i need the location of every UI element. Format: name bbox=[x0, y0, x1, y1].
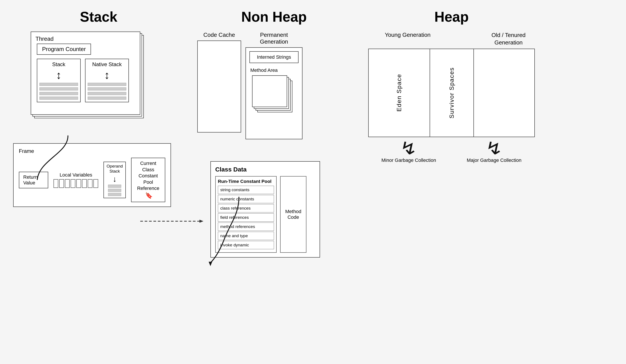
local-vars-grid bbox=[53, 179, 98, 188]
pool-row-numeric: numeric constants bbox=[218, 195, 274, 203]
class-data-box: Class Data Run-Time Constant Pool string… bbox=[210, 161, 320, 257]
return-value-label: Return Value bbox=[23, 174, 38, 185]
program-counter-box: Program Counter bbox=[37, 44, 91, 55]
heap-section: Heap Young Generation Old / TenuredGener… bbox=[368, 9, 535, 163]
pool-row-method-ref: method references bbox=[218, 222, 274, 231]
operand-lines bbox=[108, 185, 121, 196]
current-class-label: Current ClassConstant PoolReference bbox=[137, 161, 159, 191]
stack-line bbox=[88, 87, 126, 90]
local-var-cell bbox=[76, 179, 81, 188]
stack-lines bbox=[39, 83, 78, 100]
stack-line bbox=[88, 92, 126, 95]
perm-gen-box: Interned Strings Method Area bbox=[245, 47, 303, 139]
survivor-spaces-box: Survivor Spaces bbox=[430, 49, 474, 137]
major-gc-item: ↯ Major Garbage Collection bbox=[467, 142, 521, 164]
gc-arrows-row: ↯ Minor Garbage Collection ↯ Major Garba… bbox=[368, 142, 535, 164]
native-stack-label: Native Stack bbox=[92, 61, 122, 68]
code-cache-label: Code Cache bbox=[203, 32, 235, 38]
heap-title: Heap bbox=[368, 9, 535, 25]
method-area-main bbox=[252, 75, 287, 107]
perm-gen-label: PermanentGeneration bbox=[260, 32, 288, 45]
nonheap-boxes: Code Cache PermanentGeneration Interned … bbox=[197, 32, 351, 139]
heap-sub-labels: Young Generation Old / TenuredGeneration bbox=[368, 32, 535, 46]
young-gen-label: Young Generation bbox=[370, 32, 445, 46]
pool-row-name-type: name and type bbox=[218, 232, 274, 240]
local-var-cell bbox=[82, 179, 87, 188]
minor-gc-item: ↯ Minor Garbage Collection bbox=[381, 142, 436, 164]
stack-inner-label: Stack bbox=[52, 61, 65, 68]
stack-line bbox=[39, 92, 78, 95]
runtime-pool-label: Run-Time Constant Pool bbox=[218, 179, 274, 184]
frame-inner: Return Value Local Variables bbox=[19, 158, 165, 202]
operand-stack-label: OperandStack bbox=[107, 164, 123, 174]
old-gen-box bbox=[474, 49, 529, 137]
heap-boxes: Eden Space Survivor Spaces bbox=[368, 49, 535, 137]
perm-gen-wrapper: PermanentGeneration Interned Strings Met… bbox=[245, 32, 303, 139]
stack-line bbox=[39, 97, 78, 100]
frame-box: Frame Return Value Local Variables bbox=[13, 143, 171, 207]
interned-strings-box: Interned Strings bbox=[249, 51, 299, 63]
operand-down-arrow: ↓ bbox=[113, 175, 117, 184]
local-var-cell bbox=[65, 179, 70, 188]
class-data-inner: Run-Time Constant Pool string constants … bbox=[215, 176, 315, 253]
stack-line bbox=[39, 87, 78, 90]
eden-space-box: Eden Space bbox=[369, 49, 430, 137]
pool-row-string: string constants bbox=[218, 186, 274, 194]
old-gen-label: Old / TenuredGeneration bbox=[484, 32, 533, 46]
local-var-cell bbox=[88, 179, 92, 188]
pool-row-class-ref: class references bbox=[218, 204, 274, 213]
frame-label: Frame bbox=[19, 148, 165, 154]
program-counter-label: Program Counter bbox=[42, 46, 86, 52]
nonheap-section: Non Heap Code Cache PermanentGeneration … bbox=[197, 9, 351, 257]
stack-up-down-arrow: ↕ bbox=[56, 70, 62, 81]
stack-line bbox=[88, 83, 126, 86]
local-var-cell bbox=[71, 179, 76, 188]
local-vars-label: Local Variables bbox=[60, 172, 92, 178]
thread-box: Thread Program Counter Stack ↕ bbox=[31, 32, 140, 115]
thread-label: Thread bbox=[36, 36, 136, 42]
nonheap-title: Non Heap bbox=[197, 9, 351, 25]
operand-line bbox=[108, 193, 121, 196]
native-stack-inner-box: Native Stack ↕ bbox=[85, 59, 129, 102]
interned-strings-label: Interned Strings bbox=[257, 54, 291, 60]
code-cache-wrapper: Code Cache bbox=[197, 32, 241, 139]
bookmark-icon: 🔖 bbox=[145, 192, 153, 199]
class-data-label: Class Data bbox=[215, 166, 315, 173]
method-area-label: Method Area bbox=[250, 68, 299, 73]
native-stack-lines bbox=[88, 83, 126, 100]
current-class-box: Current ClassConstant PoolReference 🔖 bbox=[131, 158, 165, 202]
stack-line bbox=[39, 83, 78, 86]
minor-gc-arrow-icon: ↯ bbox=[400, 142, 418, 155]
operand-line bbox=[108, 189, 121, 192]
local-var-cell bbox=[59, 179, 64, 188]
survivor-spaces-label: Survivor Spaces bbox=[448, 67, 455, 118]
class-data-area: Class Data Run-Time Constant Pool string… bbox=[210, 161, 351, 257]
local-var-cell bbox=[53, 179, 58, 188]
operand-stack-box: OperandStack ↓ bbox=[103, 162, 126, 198]
pool-row-field-ref: field references bbox=[218, 213, 274, 222]
stack-inner-box: Stack ↕ bbox=[37, 59, 81, 102]
code-cache-box bbox=[197, 40, 241, 133]
stack-title: Stack bbox=[13, 9, 184, 25]
page-container: Stack Thread Program Counter Stack ↕ bbox=[0, 0, 626, 364]
pool-row-invoke-dynamic: invoke dynamic bbox=[218, 241, 274, 249]
method-code-box: Method Code bbox=[280, 176, 307, 253]
return-value-box: Return Value bbox=[19, 172, 48, 188]
svg-marker-2 bbox=[209, 262, 212, 266]
major-gc-arrow-icon: ↯ bbox=[485, 142, 503, 155]
operand-line bbox=[108, 185, 121, 188]
stack-section: Stack Thread Program Counter Stack ↕ bbox=[13, 9, 184, 207]
eden-space-label: Eden Space bbox=[396, 74, 403, 112]
stack-line bbox=[88, 97, 126, 100]
method-area-box bbox=[252, 75, 296, 115]
local-var-cell bbox=[93, 179, 98, 188]
method-code-label: Method Code bbox=[283, 209, 304, 220]
native-stack-arrow: ↕ bbox=[104, 70, 110, 81]
runtime-pool-box: Run-Time Constant Pool string constants … bbox=[215, 176, 277, 253]
